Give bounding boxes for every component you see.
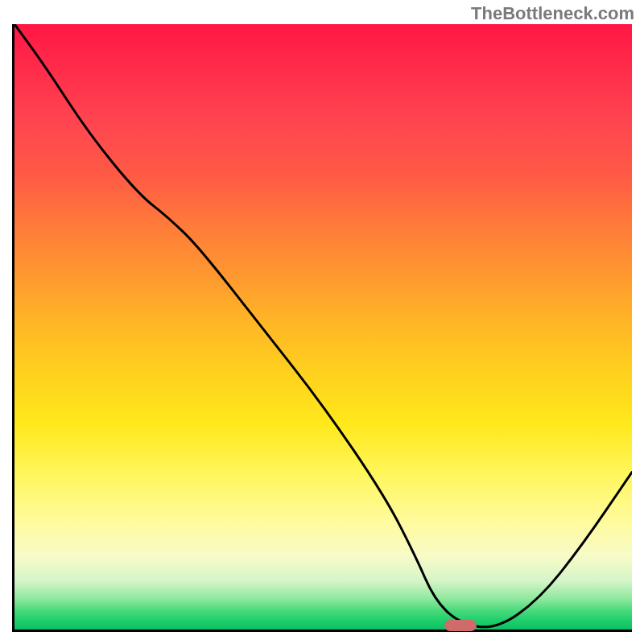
bottleneck-chart: TheBottleneck.com (0, 0, 644, 644)
bottleneck-curve-path (14, 24, 632, 627)
plot-area (12, 24, 632, 632)
watermark-text: TheBottleneck.com (471, 3, 634, 24)
curve-svg (14, 24, 632, 630)
optimal-marker (444, 620, 477, 631)
